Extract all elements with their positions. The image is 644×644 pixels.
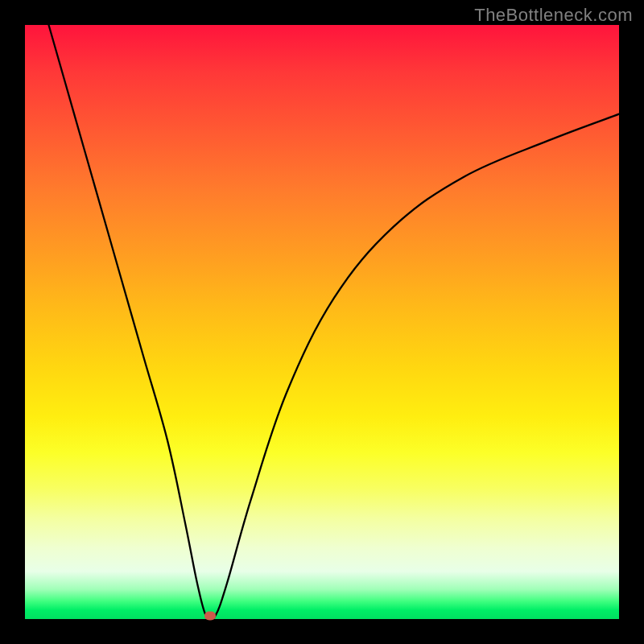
watermark-text: TheBottleneck.com: [474, 5, 633, 26]
plot-area: [25, 25, 619, 619]
bottleneck-curve: [25, 25, 619, 619]
chart-container: TheBottleneck.com: [0, 0, 644, 644]
minimum-marker: [204, 611, 216, 620]
curve-path: [49, 25, 619, 621]
